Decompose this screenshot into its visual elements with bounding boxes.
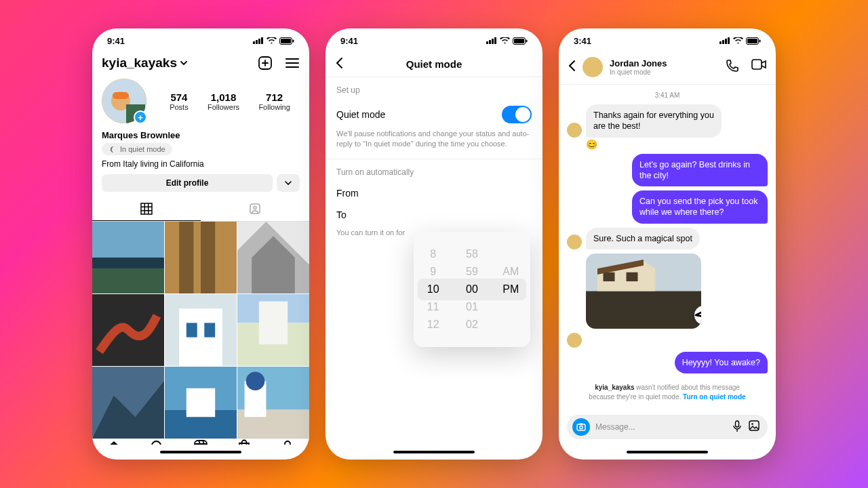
to-row[interactable]: To [326,204,542,226]
svg-rect-48 [494,37,496,44]
contact-info[interactable]: Jordan Jones In quiet mode [610,58,667,76]
post-thumb[interactable] [92,367,164,439]
svg-rect-37 [186,388,215,417]
svg-rect-0 [253,41,255,44]
section-setup: Set up [326,77,542,100]
dm-thread: 3:41 AM Thanks again for everything you … [559,85,776,409]
bio-text: From Italy living in California [92,158,309,174]
search-tab[interactable] [150,439,165,445]
camera-button[interactable] [572,418,590,436]
grid-icon [140,203,153,215]
post-thumb[interactable] [237,222,309,293]
menu-button[interactable] [285,56,300,70]
send-icon [694,306,701,325]
minute-wheel[interactable]: 58 59 00 01 02 [452,232,491,347]
svg-rect-27 [179,308,222,366]
message-outgoing[interactable]: Heyyyy! You awake? [567,352,768,373]
post-thumb[interactable] [165,222,237,293]
quiet-mode-notice: kyia_kayaks wasn't notified about this m… [567,378,768,405]
time-picker[interactable]: 8 9 10 11 12 58 59 00 01 02 AM PM . [414,232,530,347]
composer-placeholder: Message... [595,422,635,432]
reaction[interactable]: 😊 [586,139,768,150]
home-indicator[interactable] [92,445,309,460]
username-text: kyia_kayaks [102,56,177,70]
gallery-button[interactable] [749,420,760,434]
profile-avatar[interactable]: + [102,79,146,123]
svg-rect-66 [577,424,585,430]
search-icon [150,439,165,445]
page-title: Quiet mode [406,58,462,70]
quiet-mode-label: Quiet mode [336,109,385,120]
post-thumb[interactable] [92,222,164,293]
home-indicator[interactable] [559,445,776,460]
home-indicator[interactable] [326,445,542,460]
svg-rect-59 [752,60,762,69]
post-thumb[interactable] [237,367,309,439]
phone-dm: 3:41 Jordan Jones In quiet mode 3:41 AM … [559,28,776,460]
audio-call-button[interactable] [726,59,739,75]
discover-people-button[interactable] [277,174,300,192]
message-outgoing[interactable]: Can you send the pick you took while we … [567,190,768,224]
image-message[interactable] [586,253,701,329]
quiet-mode-toggle[interactable] [502,106,532,123]
back-button[interactable] [335,57,343,72]
svg-rect-51 [526,39,528,42]
status-icons [486,37,528,45]
profile-tab[interactable] [280,439,295,445]
svg-rect-54 [725,39,727,44]
message-outgoing[interactable]: Let's go again? Best drinks in the city! [567,154,768,187]
from-row[interactable]: From [326,182,542,204]
contact-name: Jordan Jones [610,58,667,68]
phone-profile: 9:41 kyia_kayaks + 574Posts 1,0 [92,28,309,460]
signal-icon [253,37,264,44]
bottom-nav [92,439,309,445]
grid-tab[interactable] [92,197,201,221]
svg-rect-46 [489,40,491,44]
svg-rect-69 [736,421,739,427]
status-bar: 3:41 [559,28,776,53]
tagged-tab[interactable] [201,197,309,221]
add-story-button[interactable]: + [134,110,147,124]
new-post-button[interactable] [258,56,273,70]
edit-profile-button[interactable]: Edit profile [102,174,273,192]
message-incoming[interactable]: Thanks again for everything you are the … [567,104,768,138]
status-icons [253,37,294,45]
wifi-icon [267,37,277,44]
message-composer: Message... [559,409,776,445]
svg-rect-53 [722,40,724,44]
post-grid [92,222,309,439]
post-thumb[interactable] [237,294,309,366]
back-button[interactable] [568,60,576,75]
ampm-wheel[interactable]: AM PM . [492,232,530,347]
shop-tab[interactable] [237,439,252,445]
svg-point-15 [254,207,256,209]
svg-point-41 [246,371,265,390]
video-call-button[interactable] [751,59,766,75]
signal-icon [486,37,497,44]
following-stat[interactable]: 712Following [258,92,290,111]
reels-tab[interactable] [193,439,208,445]
svg-rect-50 [514,39,524,43]
svg-rect-13 [141,203,152,214]
followers-stat[interactable]: 1,018Followers [208,92,239,111]
post-thumb[interactable] [92,294,164,366]
post-thumb[interactable] [165,294,237,366]
contact-avatar[interactable] [583,57,603,77]
status-time: 9:41 [107,36,125,46]
share-button[interactable] [694,306,701,325]
svg-rect-3 [261,37,263,44]
message-incoming[interactable]: Sure. Such a magical spot [567,228,768,249]
turn-on-quiet-link[interactable]: Turn on quiet mode [683,393,746,401]
message-input[interactable]: Message... [567,415,768,439]
hour-wheel[interactable]: 8 9 10 11 12 [414,232,452,347]
username-dropdown[interactable]: kyia_kayaks [102,56,188,70]
post-thumb[interactable] [165,367,237,439]
signal-icon [719,37,730,44]
profile-header: kyia_kayaks [92,53,309,76]
posts-stat[interactable]: 574Posts [170,92,189,111]
wifi-icon [733,37,743,44]
svg-point-67 [580,426,583,428]
svg-rect-2 [258,39,260,44]
voice-button[interactable] [732,420,742,434]
home-tab[interactable] [106,439,121,445]
